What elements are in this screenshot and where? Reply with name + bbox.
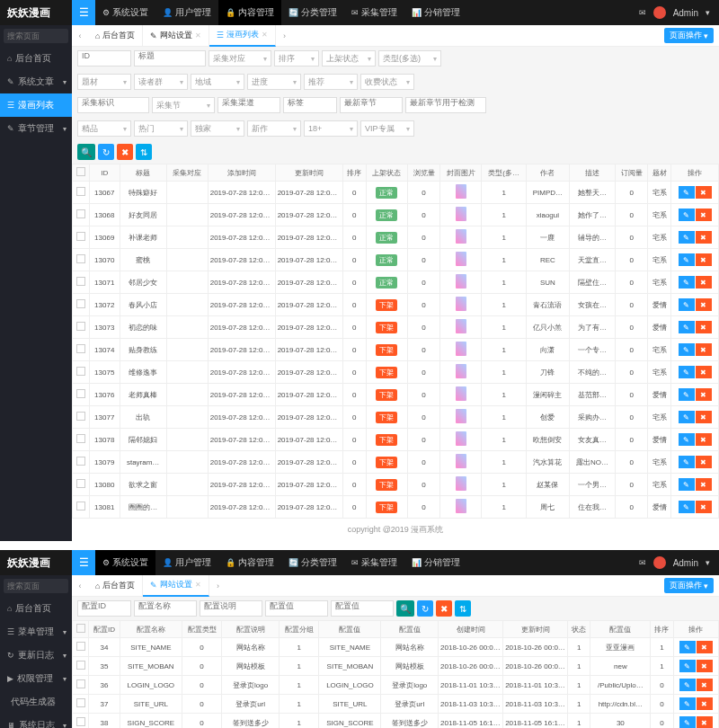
checkbox[interactable]: [76, 642, 85, 651]
filter-标签[interactable]: [283, 97, 337, 113]
sidebar-item-权限管理[interactable]: ▶权限管理▾: [0, 667, 72, 690]
action-btn-3[interactable]: ⇅: [136, 144, 152, 160]
checkbox[interactable]: [76, 277, 85, 286]
filter-采集标识[interactable]: [77, 97, 149, 113]
edit-button[interactable]: ✎: [679, 209, 695, 221]
edit-button[interactable]: ✎: [679, 388, 695, 401]
chevron-down-icon[interactable]: ▾: [706, 8, 710, 17]
edit-button[interactable]: ✎: [679, 186, 695, 199]
msg-icon[interactable]: ✉: [639, 558, 646, 567]
user-name[interactable]: Admin: [673, 8, 698, 18]
edit-button[interactable]: ✎: [679, 321, 695, 333]
checkbox[interactable]: [76, 661, 85, 670]
page-ops-button[interactable]: 页面操作 ▾: [664, 28, 714, 43]
topnav-采集管理[interactable]: ✉采集管理: [344, 0, 404, 25]
checkbox[interactable]: [76, 254, 85, 263]
filter-地域[interactable]: 地域: [191, 74, 244, 90]
sidebar-item-系统日志[interactable]: 🖥系统日志▾: [0, 714, 72, 728]
checkbox[interactable]: [76, 167, 85, 176]
edit-button[interactable]: ✎: [679, 433, 695, 446]
filter-新作[interactable]: 新作: [247, 120, 301, 137]
sidebar-item-章节管理[interactable]: ✎章节管理▾: [0, 117, 72, 140]
delete-button[interactable]: ✖: [696, 231, 712, 244]
tab-prev-icon[interactable]: ‹: [72, 582, 88, 590]
delete-button[interactable]: ✖: [697, 697, 713, 710]
filter-配置值[interactable]: [331, 600, 394, 617]
edit-button[interactable]: ✎: [679, 411, 695, 423]
delete-button[interactable]: ✖: [696, 501, 712, 513]
checkbox[interactable]: [76, 434, 85, 443]
filter-读者群[interactable]: 读者群: [134, 74, 188, 90]
filter-采集节[interactable]: 采集节: [152, 97, 215, 113]
edit-button[interactable]: ✎: [679, 716, 696, 728]
tab-网站设置[interactable]: ✎网站设置✕: [143, 575, 209, 597]
close-icon[interactable]: ✕: [195, 581, 201, 589]
sidebar-item-系统文章[interactable]: ✎系统文章▾: [0, 70, 72, 93]
menu-toggle-icon[interactable]: ☰: [72, 550, 95, 575]
checkbox[interactable]: [76, 299, 85, 308]
filter-18+[interactable]: 18+: [304, 120, 358, 137]
edit-button[interactable]: ✎: [679, 456, 695, 468]
menu-toggle-icon[interactable]: ☰: [72, 0, 95, 25]
tab-网站设置[interactable]: ✎网站设置✕: [143, 25, 209, 47]
topnav-分销管理[interactable]: 📊分销管理: [404, 550, 467, 575]
action-btn-2[interactable]: ✖: [436, 600, 452, 617]
chevron-down-icon[interactable]: ▾: [706, 558, 710, 567]
filter-题材[interactable]: 题材: [77, 74, 131, 90]
checkbox[interactable]: [76, 679, 85, 688]
filter-采集对应[interactable]: 采集对应: [209, 50, 271, 67]
sidebar-search-input[interactable]: [4, 29, 68, 43]
checkbox[interactable]: [76, 457, 85, 466]
delete-button[interactable]: ✖: [697, 660, 713, 672]
checkbox[interactable]: [76, 624, 85, 633]
action-btn-2[interactable]: ✖: [117, 144, 133, 160]
edit-button[interactable]: ✎: [679, 501, 695, 513]
filter-最新章节[interactable]: [340, 97, 403, 113]
filter-排序[interactable]: 排序: [274, 50, 319, 67]
filter-进度[interactable]: 进度: [247, 74, 301, 90]
edit-button[interactable]: ✎: [679, 298, 695, 311]
edit-button[interactable]: ✎: [679, 231, 695, 244]
filter-配置名称[interactable]: [134, 600, 197, 617]
checkbox[interactable]: [76, 232, 85, 241]
filter-配置ID[interactable]: [77, 600, 131, 617]
close-icon[interactable]: ✕: [262, 31, 268, 39]
delete-button[interactable]: ✖: [696, 366, 712, 378]
close-icon[interactable]: ✕: [195, 31, 201, 40]
edit-button[interactable]: ✎: [679, 253, 695, 266]
delete-button[interactable]: ✖: [696, 343, 712, 356]
checkbox[interactable]: [76, 502, 85, 510]
filter-收费状态[interactable]: 收费状态: [360, 74, 414, 90]
tab-后台首页[interactable]: ⌂后台首页: [88, 25, 143, 47]
avatar[interactable]: [653, 556, 666, 569]
edit-button[interactable]: ✎: [679, 697, 696, 710]
action-btn-1[interactable]: ↻: [98, 144, 114, 160]
checkbox[interactable]: [76, 367, 85, 376]
filter-上架状态[interactable]: 上架状态: [322, 50, 376, 67]
tab-后台首页[interactable]: ⌂后台首页: [88, 575, 143, 597]
topnav-分类管理[interactable]: 🔄分类管理: [281, 550, 344, 575]
tab-next-icon[interactable]: ›: [276, 31, 292, 40]
topnav-系统设置[interactable]: ⚙系统设置: [95, 0, 155, 25]
delete-button[interactable]: ✖: [697, 679, 713, 691]
topnav-采集管理[interactable]: ✉采集管理: [344, 550, 404, 575]
topnav-内容管理[interactable]: 🔒内容管理: [218, 0, 281, 25]
filter-热门[interactable]: 热门: [134, 120, 188, 137]
user-name[interactable]: Admin: [673, 558, 698, 568]
checkbox[interactable]: [76, 412, 85, 421]
topnav-分销管理[interactable]: 📊分销管理: [404, 0, 467, 25]
delete-button[interactable]: ✖: [697, 716, 713, 728]
topnav-系统设置[interactable]: ⚙系统设置: [95, 550, 155, 575]
checkbox[interactable]: [76, 698, 85, 707]
delete-button[interactable]: ✖: [696, 209, 712, 221]
sidebar-item-后台首页[interactable]: ⌂后台首页: [0, 47, 72, 70]
filter-标题[interactable]: [134, 50, 206, 67]
delete-button[interactable]: ✖: [696, 478, 712, 491]
action-btn-0[interactable]: 🔍: [77, 144, 95, 160]
tab-prev-icon[interactable]: ‹: [72, 31, 88, 40]
sidebar-item-代码生成器[interactable]: 代码生成器: [0, 690, 72, 714]
msg-icon[interactable]: ✉: [639, 8, 646, 17]
sidebar-item-漫画列表[interactable]: ☰漫画列表: [0, 93, 72, 117]
delete-button[interactable]: ✖: [696, 253, 712, 266]
filter-最新章节用于检测[interactable]: [405, 97, 486, 113]
